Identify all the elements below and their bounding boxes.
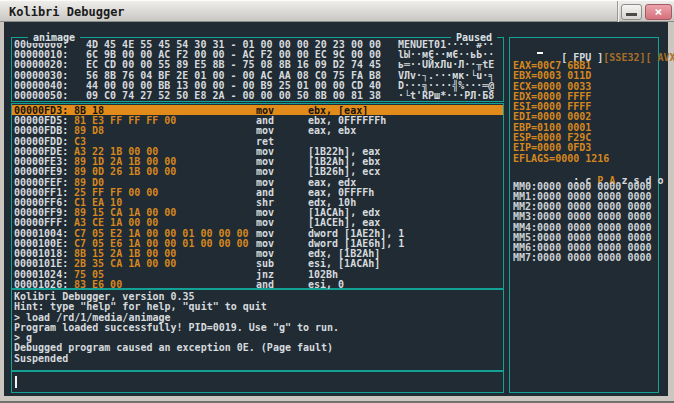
disassembly-panel: 00000FD3:8B 18movebx, [eax] 00000FD5:81 … bbox=[11, 103, 504, 289]
disasm-row[interactable]: 00001024:75 05jnz102Bh bbox=[12, 269, 503, 279]
command-input[interactable] bbox=[11, 371, 504, 393]
hexdump-row: 00000050:09 C0 74 27 52 50 E8 2A - 00 00… bbox=[14, 91, 503, 101]
tab-sse32[interactable]: [SSE32] bbox=[603, 52, 645, 63]
hex-ascii: ·└t'RPш*···PЛ·Б8 bbox=[398, 90, 494, 101]
console-line: Suspended bbox=[14, 354, 503, 364]
debugger-content: animage Paused 00000000:4D 45 4E 55 45 5… bbox=[4, 22, 668, 396]
tab-cursor-icon bbox=[537, 52, 543, 54]
disasm-row[interactable]: 00000FE9:89 0D 26 1B 00 00mov[1B26h], ec… bbox=[12, 166, 503, 176]
disasm-row[interactable]: 00001018:8B 15 2A 1B 00 00movedx, [1B2Ah… bbox=[12, 248, 503, 258]
disasm-row[interactable]: 00000FDB:89 D8moveax, ebx bbox=[12, 125, 503, 135]
disasm-row[interactable]: 00000FEF:89 D0moveax, edx bbox=[12, 177, 503, 187]
disasm-row[interactable]: 00000FFF:A3 CE 1A 00 00mov[1ACEh], eax bbox=[12, 217, 503, 227]
hex-bytes: 09 C0 74 27 52 50 E8 2A - 00 00 00 50 8B… bbox=[86, 91, 398, 101]
disasm-row[interactable]: 00000FE3:89 1D 2A 1B 00 00mov[1B2Ah], eb… bbox=[12, 156, 503, 166]
register-value: EFLAGS=0000 1216 bbox=[513, 154, 609, 164]
mm-register-value: MM7:0000 0000 0000 0000 bbox=[513, 253, 651, 263]
text-cursor-icon bbox=[15, 376, 17, 388]
debugger-window: Kolibri Debugger × animage Paused 000000… bbox=[0, 0, 674, 403]
minimize-icon bbox=[626, 13, 637, 16]
hex-address: 00000050: bbox=[14, 91, 86, 101]
disasm-row[interactable]: 00000FD5:81 E3 FF FF FF 00andebx, 0FFFFF… bbox=[12, 115, 503, 125]
console-line: Debugged program caused an exception 0E.… bbox=[14, 343, 503, 353]
general-registers: EAX=00C7 6BB1 EBX=0003 011D ECX=0000 003… bbox=[513, 61, 609, 164]
disasm-row[interactable]: 00001004:C7 05 E2 1A 00 00 01 00 00 00mo… bbox=[12, 228, 503, 238]
disasm-row[interactable]: 0000100E:C7 05 E6 1A 00 00 01 00 00 00mo… bbox=[12, 238, 503, 248]
window-title: Kolibri Debugger bbox=[9, 5, 125, 19]
disasm-row[interactable]: 00000FDD:C3ret bbox=[12, 136, 503, 146]
close-icon: × bbox=[646, 5, 671, 19]
registers-panel: [ FPU ][SSE32][ AVX ] EAX=00C7 6BB1 EBX=… bbox=[509, 37, 659, 393]
titlebar[interactable]: Kolibri Debugger × bbox=[0, 0, 674, 22]
status-badge: Paused bbox=[451, 32, 497, 43]
disasm-row[interactable]: 0000101E:2B 35 CA 1A 00 00subesi, [1ACAh… bbox=[12, 258, 503, 268]
close-button[interactable]: × bbox=[645, 4, 672, 20]
disasm-row[interactable]: 00000FDE:A3 22 1B 00 00mov[1B22h], eax bbox=[12, 146, 503, 156]
titlebar-divider bbox=[617, 1, 618, 22]
disasm-row[interactable]: 00000FF6:C1 EA 10shredx, 10h bbox=[12, 197, 503, 207]
minimize-button[interactable] bbox=[621, 4, 642, 20]
console-line: Program loaded successfully! PID=0019. U… bbox=[14, 323, 503, 333]
disasm-row-current[interactable]: 00000FD3:8B 18movebx, [eax] bbox=[12, 105, 503, 115]
disasm-row[interactable]: 00001026:83 E6 00andesi, 0 bbox=[12, 279, 503, 289]
memory-dump-panel: animage Paused 00000000:4D 45 4E 55 45 5… bbox=[11, 37, 504, 102]
tab-avx[interactable]: [ AVX ] bbox=[645, 52, 674, 63]
mmx-registers: MM0:0000 0000 0000 0000 MM1:0000 0000 00… bbox=[513, 182, 651, 263]
program-name-label: animage bbox=[28, 32, 80, 43]
console-output-panel: Kolibri Debugger, version 0.35 Hint: typ… bbox=[11, 289, 504, 371]
disasm-row[interactable]: 00000FF1:25 FF FF 00 00andeax, 0FFFFh bbox=[12, 187, 503, 197]
disasm-row[interactable]: 00000FF9:89 15 CA 1A 00 00mov[1ACAh], ed… bbox=[12, 207, 503, 217]
